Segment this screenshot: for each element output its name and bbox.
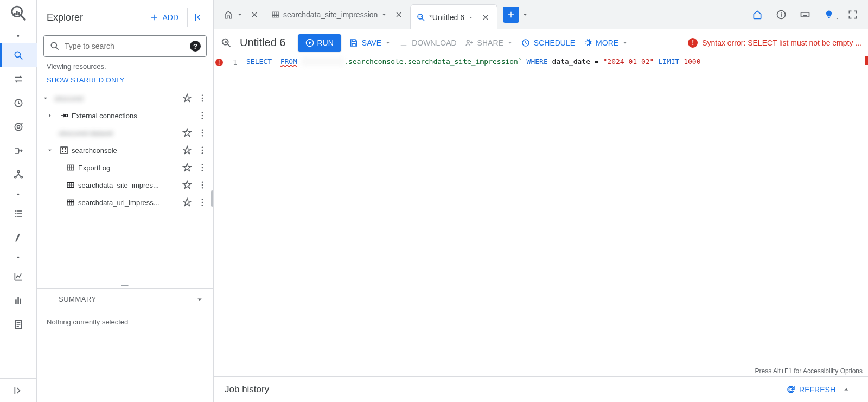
close-icon[interactable] (248, 9, 260, 21)
tree-row-external[interactable]: External connections (39, 107, 211, 124)
svg-point-46 (202, 170, 203, 171)
chevron-down-icon[interactable] (468, 14, 476, 21)
svg-rect-13 (15, 210, 16, 212)
star-icon[interactable] (181, 163, 194, 173)
query-icon (220, 37, 232, 49)
more-icon[interactable] (196, 180, 209, 190)
download-button[interactable]: DOWNLOAD (399, 38, 456, 48)
star-icon[interactable] (181, 197, 194, 207)
run-button[interactable]: RUN (298, 34, 341, 52)
summary-header[interactable]: SUMMARY (37, 288, 213, 310)
keyboard-icon[interactable] (797, 7, 813, 22)
rail-item-columns[interactable] (0, 289, 37, 312)
project-label: obscured (54, 94, 178, 103)
caret-down-icon[interactable] (39, 94, 52, 102)
plus-icon (149, 12, 159, 22)
close-icon[interactable] (393, 9, 405, 21)
tab-home[interactable] (218, 0, 266, 29)
site-impression-label: searchdata_site_impres... (78, 181, 178, 189)
svg-point-41 (202, 150, 203, 151)
tree-row-exportlog[interactable]: ExportLog (39, 159, 211, 176)
svg-point-39 (65, 151, 66, 152)
rail-item-chart[interactable] (0, 265, 37, 289)
rail-item-history[interactable] (0, 91, 37, 115)
main-area: searchdata_site_impression *Untitled 6 (214, 0, 868, 402)
resource-tree: obscured External connections obscured-d… (37, 90, 213, 283)
play-icon (305, 39, 314, 47)
info-icon[interactable] (774, 7, 789, 22)
product-logo (8, 2, 29, 24)
share-label: SHARE (477, 39, 503, 47)
code-line[interactable]: SELECT FROM .searchconsole.searchdata_si… (242, 56, 868, 376)
fullscreen-icon[interactable] (845, 7, 860, 22)
svg-rect-19 (15, 299, 17, 304)
chevron-down-icon[interactable] (381, 11, 390, 18)
rail-item-settings[interactable] (0, 226, 37, 250)
job-history-panel: Job history REFRESH (214, 376, 868, 402)
refresh-icon (786, 385, 796, 394)
star-icon[interactable] (181, 180, 194, 190)
sql-editor[interactable]: ! 1 SELECT FROM .searchconsole.searchdat… (214, 56, 868, 376)
more-button[interactable]: MORE (583, 38, 628, 48)
save-button[interactable]: SAVE (349, 38, 391, 48)
refresh-button[interactable]: REFRESH (786, 385, 835, 394)
caret-right-icon[interactable] (43, 112, 56, 119)
tree-row-url-impression[interactable]: searchdata_url_impress... (39, 194, 211, 211)
svg-line-57 (423, 18, 425, 21)
rail-item-merge[interactable] (0, 139, 37, 163)
expand-job-history[interactable] (835, 385, 857, 394)
tree-row-project[interactable]: obscured (39, 90, 211, 107)
rail-item-explorer[interactable] (0, 43, 37, 67)
tree-row-site-impression[interactable]: searchdata_site_impres... (39, 176, 211, 194)
more-icon[interactable] (196, 128, 209, 138)
star-icon[interactable] (181, 93, 194, 103)
star-icon[interactable] (181, 128, 194, 138)
new-tab-button[interactable] (503, 7, 519, 23)
share-button[interactable]: SHARE (464, 38, 513, 48)
home-outline-icon[interactable] (750, 7, 765, 22)
rail-expand-button[interactable] (0, 378, 37, 402)
svg-point-53 (202, 202, 203, 203)
svg-point-52 (202, 199, 203, 200)
tab-untitled6[interactable]: *Untitled 6 (410, 4, 497, 29)
search-box[interactable]: ? (43, 35, 207, 57)
rail-separator-dot: • (17, 28, 20, 43)
help-icon[interactable]: ? (190, 41, 201, 52)
chevron-down-icon[interactable] (237, 11, 245, 18)
rail-item-target[interactable] (0, 115, 37, 139)
rail-item-transfers[interactable] (0, 67, 37, 91)
caret-down-icon[interactable] (43, 146, 56, 154)
svg-rect-47 (67, 182, 74, 187)
new-tab-dropdown[interactable] (521, 0, 529, 29)
more-icon[interactable] (196, 93, 209, 103)
tab-searchdata[interactable]: searchdata_site_impression (266, 0, 410, 29)
dataset0-label: obscured-dataset (59, 129, 178, 137)
rail-item-list[interactable] (0, 202, 37, 226)
svg-line-1 (21, 15, 25, 20)
close-icon[interactable] (480, 11, 492, 23)
svg-rect-16 (16, 213, 22, 214)
svg-rect-43 (67, 165, 74, 170)
svg-line-61 (228, 44, 231, 47)
line-number: 1 (225, 58, 241, 376)
more-icon[interactable] (196, 145, 209, 155)
download-label: DOWNLOAD (412, 39, 456, 47)
lightbulb-icon[interactable] (821, 7, 837, 22)
rail-item-document[interactable] (0, 312, 37, 336)
add-button[interactable]: ADD (145, 10, 183, 24)
tree-row-dataset0[interactable]: obscured-dataset (39, 124, 211, 142)
tree-row-searchconsole[interactable]: searchconsole (39, 142, 211, 159)
more-icon[interactable] (196, 197, 209, 207)
schedule-button[interactable]: SCHEDULE (521, 38, 575, 48)
svg-rect-21 (20, 299, 21, 304)
search-input[interactable] (65, 42, 186, 50)
scrollbar-thumb[interactable] (211, 190, 213, 207)
more-icon[interactable] (196, 111, 209, 120)
show-starred-only-link[interactable]: SHOW STARRED ONLY (37, 73, 213, 90)
rail-item-graph[interactable] (0, 163, 37, 187)
more-icon[interactable] (196, 163, 209, 173)
svg-rect-55 (272, 12, 279, 17)
star-icon[interactable] (181, 145, 194, 155)
drag-handle[interactable]: ⸺ (37, 283, 213, 288)
collapse-explorer-button[interactable] (187, 8, 207, 27)
